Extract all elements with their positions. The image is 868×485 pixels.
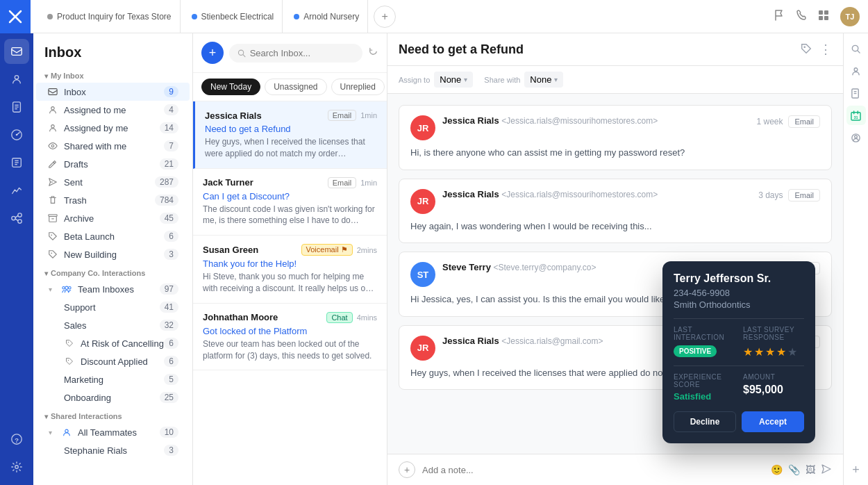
sidebar-item-sales[interactable]: Sales 32 — [36, 316, 190, 334]
sidebar-item-drafts[interactable]: Drafts 21 — [36, 155, 190, 173]
svg-rect-1 — [824, 10, 828, 15]
tag-icon — [47, 231, 58, 242]
conversation-item[interactable]: Jessica Rials Email 1min Need to get a R… — [193, 101, 387, 169]
sidebar-item-reports[interactable] — [4, 122, 29, 147]
share-with-select[interactable]: None ▾ — [524, 72, 563, 88]
phone-icon[interactable] — [796, 10, 807, 24]
filter-new-today[interactable]: New Today — [201, 79, 260, 95]
user-avatar[interactable]: TJ — [840, 7, 860, 26]
filter-unassigned[interactable]: Unassigned — [265, 79, 326, 95]
conversation-item[interactable]: Susan Green Voicemail ⚑ 2mins Thank you … — [193, 236, 387, 304]
sidebar-item-sent[interactable]: Sent 287 — [36, 173, 190, 191]
nav-count: 7 — [164, 140, 178, 151]
compose-button[interactable]: + — [201, 42, 224, 64]
sidebar-item-support[interactable]: Support 41 — [36, 298, 190, 316]
conv-type: Chat — [326, 312, 352, 323]
svg-point-35 — [62, 287, 65, 290]
search-box[interactable] — [229, 44, 362, 63]
nav-label: New Building — [64, 249, 164, 260]
sidebar-item-stephanie[interactable]: Stephanie Rials 3 — [36, 441, 190, 459]
company-section[interactable]: ▾ Company Co. Interactions — [33, 263, 192, 280]
sidebar-item-assigned-by-me[interactable]: Assigned by me 14 — [36, 119, 190, 137]
conversation-item[interactable]: Jack Turner Email 1min Can I get a Disco… — [193, 169, 387, 236]
sender-info: Jessica Rials <Jessica.rials@missourihom… — [442, 189, 751, 199]
image-button[interactable]: 🖼 — [806, 464, 815, 475]
tab-stienbeck[interactable]: Stienbeck Electrical — [183, 0, 283, 33]
assign-to-group: Assign to None ▾ — [399, 72, 473, 88]
filter-unreplied[interactable]: Unreplied — [331, 79, 385, 95]
sidebar-item-all-teammates[interactable]: ▾ All Teammates 10 — [36, 423, 190, 441]
share-with-value: None — [530, 74, 551, 85]
profile-right-icon[interactable] — [846, 128, 866, 147]
sidebar-item-onboarding[interactable]: Onboarding 25 — [36, 388, 190, 406]
person-right-icon[interactable] — [846, 61, 866, 81]
accept-button[interactable]: Accept — [742, 411, 804, 432]
nav-sidebar: Inbox ▾ My Inbox Inbox 9 Assigned to me … — [33, 33, 193, 485]
calendar-right-icon[interactable]: 31 — [846, 106, 866, 125]
svg-point-32 — [51, 252, 52, 254]
add-right-icon[interactable]: + — [846, 460, 866, 479]
add-tab-button[interactable]: + — [374, 6, 396, 28]
sidebar-item-settings[interactable] — [4, 454, 29, 479]
conversation-item[interactable]: Johnathan Moore Chat 4mins Got locked of… — [193, 304, 387, 371]
search-right-icon[interactable] — [846, 39, 866, 58]
icon-sidebar: ? — [0, 33, 33, 485]
sidebar-item-shared-with-me[interactable]: Shared with me 7 — [36, 137, 190, 155]
sidebar-item-inbox[interactable]: Inbox 9 — [36, 83, 190, 101]
sidebar-item-assigned-to-me[interactable]: Assigned to me 4 — [36, 101, 190, 119]
sidebar-item-discount[interactable]: Discount Applied 6 — [36, 352, 190, 370]
sidebar-item-marketing[interactable]: Marketing 5 — [36, 370, 190, 388]
sidebar-item-team-inboxes[interactable]: ▾ Team Inboxes 97 — [36, 280, 190, 298]
sidebar-item-inbox[interactable] — [4, 39, 29, 64]
sidebar-item-archive[interactable]: Archive 45 — [36, 209, 190, 227]
tab-dot — [294, 14, 299, 19]
inbox-icon — [47, 86, 58, 97]
grid-icon[interactable] — [818, 10, 829, 24]
more-options-button[interactable]: ⋮ — [819, 42, 832, 57]
sidebar-item-trash[interactable]: Trash 784 — [36, 191, 190, 209]
files-right-icon[interactable] — [846, 83, 866, 103]
sidebar-item-analytics[interactable] — [4, 178, 29, 203]
tag-button[interactable] — [800, 42, 812, 57]
sidebar-item-files[interactable] — [4, 94, 29, 120]
conv-meta: Email 1min — [328, 177, 377, 188]
sidebar-item-new-building[interactable]: New Building 3 — [36, 245, 190, 263]
note-input[interactable] — [422, 465, 764, 475]
tab-arnold[interactable]: Arnold Nursery — [285, 0, 368, 33]
sidebar-item-integrations[interactable] — [4, 206, 29, 231]
assign-to-select[interactable]: None ▾ — [434, 72, 473, 88]
conversation-title: Need to get a Refund — [399, 42, 800, 57]
nav-label: Archive — [64, 213, 160, 224]
conv-time: 4mins — [357, 313, 377, 322]
assign-row: Assign to None ▾ Share with None ▾ — [387, 66, 843, 94]
nav-label: Team Inboxes — [78, 284, 160, 295]
sidebar-item-at-risk[interactable]: At Risk of Cancelling 6 — [36, 334, 190, 352]
conv-preview: The discount code I was given isn't work… — [203, 204, 377, 227]
decline-button[interactable]: Decline — [674, 411, 736, 432]
send-button[interactable] — [821, 463, 832, 477]
sidebar-item-beta-launch[interactable]: Beta Launch 6 — [36, 227, 190, 245]
contact-name: Terry Jefferson Sr. — [674, 272, 804, 285]
share-with-group: Share with None ▾ — [484, 72, 563, 88]
attachment-button[interactable]: 📎 — [788, 464, 800, 475]
nav-count: 41 — [160, 302, 178, 313]
conv-preview: Hi Steve, thank you so much for helping … — [203, 271, 377, 295]
refresh-icon[interactable] — [368, 47, 378, 59]
right-sidebar: 31 + — [843, 33, 868, 485]
emoji-button[interactable]: 🙂 — [771, 464, 783, 475]
nav-label: Support — [64, 302, 160, 313]
search-input[interactable] — [250, 48, 354, 58]
sidebar-item-tasks[interactable] — [4, 150, 29, 175]
conv-subject: Got locked of the Platform — [203, 326, 377, 336]
shared-section[interactable]: ▾ Shared Interactions — [33, 406, 192, 423]
add-note-icon[interactable]: + — [399, 461, 415, 478]
nav-count: 5 — [164, 374, 178, 385]
nav-label: Assigned by me — [64, 123, 160, 133]
sidebar-item-contacts[interactable] — [4, 67, 29, 92]
my-inbox-section[interactable]: ▾ My Inbox — [33, 66, 192, 83]
tab-product-inquiry[interactable]: Product Inquiry for Texas Store — [39, 0, 181, 33]
sidebar-item-help[interactable]: ? — [4, 427, 29, 452]
svg-point-31 — [51, 234, 52, 236]
flag-icon[interactable] — [774, 10, 785, 24]
archive-icon — [47, 213, 58, 224]
